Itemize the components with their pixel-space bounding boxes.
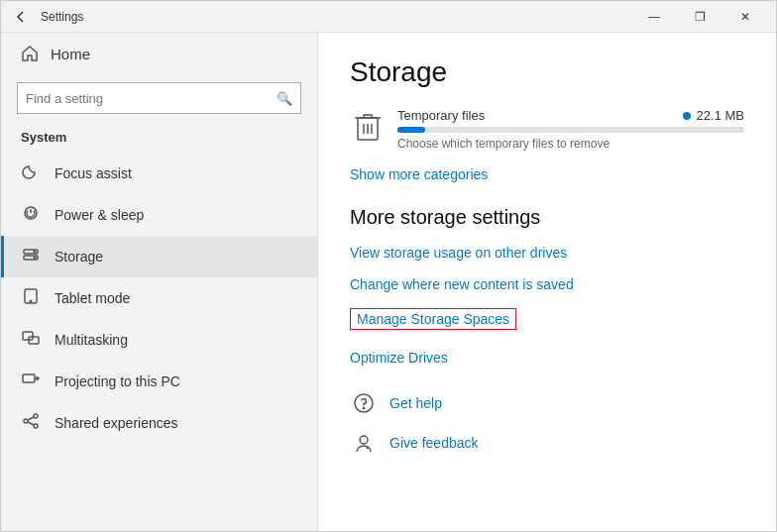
sidebar-item-label: Power & sleep	[55, 207, 144, 223]
storage-icon	[21, 246, 41, 267]
titlebar: Settings — ❐ ✕	[1, 1, 776, 33]
change-content-link[interactable]: Change where new content is saved	[350, 276, 744, 292]
sidebar-item-shared[interactable]: Shared experiences	[1, 402, 317, 444]
temp-files-size: 22.1 MB	[697, 108, 744, 123]
sidebar-section-title: System	[1, 126, 317, 153]
main-content: Storage Temporary files	[318, 33, 776, 531]
sidebar-item-storage[interactable]: Storage	[1, 236, 317, 277]
temp-files-name: Temporary files	[397, 108, 485, 123]
trash-icon	[350, 108, 386, 144]
home-icon	[21, 45, 39, 62]
question-icon	[350, 389, 378, 417]
svg-rect-9	[23, 374, 35, 382]
progress-fill	[397, 127, 425, 133]
svg-point-15	[363, 407, 365, 409]
sidebar-item-label: Tablet mode	[55, 290, 130, 306]
temp-files-description: Choose which temporary files to remove	[397, 137, 744, 151]
svg-point-16	[360, 436, 368, 444]
svg-rect-7	[23, 332, 33, 340]
project-icon	[21, 371, 41, 392]
progress-bar	[397, 127, 744, 133]
view-storage-link[interactable]: View storage usage on other drives	[350, 245, 744, 261]
sidebar-item-label: Focus assist	[55, 165, 132, 181]
multitask-icon	[21, 329, 41, 351]
temp-files-header: Temporary files 22.1 MB	[397, 108, 744, 123]
give-feedback-row: Give feedback	[350, 429, 744, 457]
sidebar-item-label: Multitasking	[55, 332, 128, 348]
svg-point-12	[34, 424, 38, 428]
power-icon	[21, 204, 41, 226]
svg-point-11	[24, 419, 28, 423]
tablet-icon	[21, 287, 41, 309]
shared-icon	[21, 412, 41, 434]
window-controls: — ❐ ✕	[631, 1, 768, 33]
sidebar-item-home[interactable]: Home	[1, 33, 317, 74]
sidebar-item-label: Storage	[55, 249, 103, 265]
back-button[interactable]	[9, 5, 33, 29]
temp-files-dot	[683, 112, 691, 120]
show-more-link[interactable]: Show more categories	[350, 166, 488, 182]
svg-point-4	[34, 257, 36, 259]
home-label: Home	[51, 46, 90, 62]
sidebar-item-multitasking[interactable]: Multitasking	[1, 319, 317, 361]
sidebar-item-power-sleep[interactable]: Power & sleep	[1, 194, 317, 236]
sidebar-item-label: Shared experiences	[55, 415, 178, 431]
temp-files-size-area: 22.1 MB	[677, 108, 744, 123]
give-feedback-link[interactable]: Give feedback	[389, 435, 479, 451]
temp-files-row: Temporary files 22.1 MB Choose which tem…	[350, 108, 744, 151]
minimize-button[interactable]: —	[631, 1, 677, 33]
titlebar-title: Settings	[41, 10, 83, 24]
sidebar-item-focus-assist[interactable]: Focus assist	[1, 153, 317, 194]
get-help-row: Get help	[350, 389, 744, 417]
svg-point-6	[30, 300, 32, 302]
svg-point-10	[34, 414, 38, 418]
restore-button[interactable]: ❐	[677, 1, 722, 33]
temp-files-info: Temporary files 22.1 MB Choose which tem…	[397, 108, 744, 151]
manage-storage-link[interactable]: Manage Storage Spaces	[350, 308, 516, 330]
sidebar: Home 🔍 System Focus assist	[1, 33, 318, 531]
help-section: Get help Give feedback	[350, 389, 744, 457]
search-input[interactable]	[26, 91, 277, 106]
crescent-icon	[21, 162, 41, 184]
page-title: Storage	[350, 56, 744, 88]
search-box[interactable]: 🔍	[17, 82, 301, 114]
settings-window: Settings — ❐ ✕ Home 🔍 System	[0, 0, 777, 532]
get-help-link[interactable]: Get help	[389, 395, 442, 411]
svg-point-3	[34, 251, 36, 253]
optimize-drives-link[interactable]: Optimize Drives	[350, 350, 744, 366]
content-area: Home 🔍 System Focus assist	[1, 33, 776, 531]
feedback-icon	[350, 429, 378, 457]
sidebar-item-projecting[interactable]: Projecting to this PC	[1, 361, 317, 402]
sidebar-item-tablet-mode[interactable]: Tablet mode	[1, 277, 317, 319]
close-button[interactable]: ✕	[722, 1, 768, 33]
search-icon: 🔍	[277, 91, 292, 106]
more-settings-title: More storage settings	[350, 206, 744, 229]
sidebar-item-label: Projecting to this PC	[55, 373, 180, 389]
